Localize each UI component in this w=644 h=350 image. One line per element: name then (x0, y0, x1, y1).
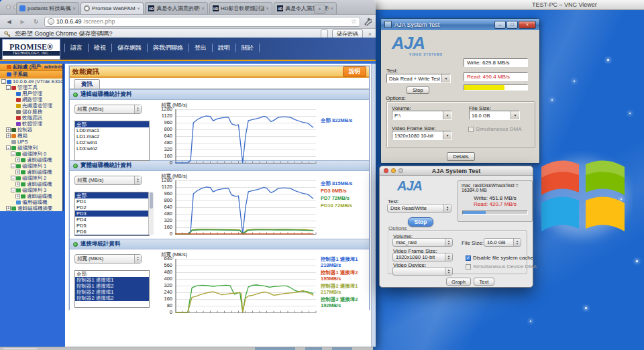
tree-item[interactable]: 網路管理 (0, 97, 62, 103)
tree-expander-icon[interactable]: - (1, 79, 6, 84)
details-button[interactable]: Details (447, 152, 475, 161)
browser-tab[interactable]: HD 真是令人滿意的硬碟速度!!-Fo × (145, 2, 208, 14)
address-bar[interactable]: 10.0.6.49/screen.php ☆ (44, 17, 360, 27)
tree-expander-icon[interactable] (11, 97, 15, 102)
logical-drive-list[interactable]: 全部LD0:mac1LD1:mac2LD2:win1LD3:win2 (74, 121, 150, 161)
list-item[interactable]: LD2:win1 (75, 139, 149, 145)
close-tab-icon[interactable]: × (137, 5, 140, 11)
close-tab-icon[interactable]: × (72, 5, 76, 11)
bandwidth-dropdown[interactable]: 頻寬 (MB/s) ▲▼ (74, 176, 142, 185)
window-title-bar[interactable]: AJA System Test – □ × (381, 19, 539, 30)
tree-item[interactable]: - 磁碟陣列 3 (0, 187, 62, 193)
physical-drive-list[interactable]: 全部PD1PD2PD3PD4PD5PD6PD7 (74, 192, 150, 236)
list-item[interactable]: PD7 (75, 235, 149, 236)
menu-item[interactable]: 與我們聯絡 (147, 44, 189, 52)
tree-expander-icon[interactable]: - (11, 176, 15, 180)
browser-tab[interactable]: HD HD影音軟硬體討論區-HD.Cl × (209, 2, 272, 14)
list-item[interactable]: PD4 (75, 217, 149, 223)
tree-expander-icon[interactable] (11, 121, 15, 126)
tree-expander-icon[interactable]: - (6, 85, 11, 90)
maximize-button[interactable]: □ (506, 21, 518, 29)
close-notification-icon[interactable]: × (368, 31, 372, 38)
close-tab-icon[interactable]: × (266, 5, 269, 11)
tree-item[interactable]: UPS (0, 139, 62, 145)
tree-expander-icon[interactable]: + (15, 170, 20, 174)
tree-item[interactable]: + 邏輯磁碟機 (0, 157, 62, 163)
checkbox-icon[interactable] (466, 264, 471, 270)
vnc-titlebar[interactable]: TEST-PC – VNC Viewer (371, 0, 644, 10)
list-item[interactable]: PD5 (75, 223, 149, 229)
list-item[interactable]: PD6 (75, 229, 149, 235)
tree-expander-icon[interactable] (11, 109, 15, 114)
tree-expander-icon[interactable] (11, 91, 15, 96)
menu-item[interactable]: 檢視 (88, 44, 111, 52)
tree-expander-icon[interactable]: + (6, 127, 11, 132)
menu-item[interactable]: 關於 (235, 44, 260, 52)
list-item[interactable]: PD2 (75, 205, 149, 211)
test-type-dropdown[interactable]: Disk Read + Write Test ▼ (386, 74, 451, 83)
close-window-button[interactable] (6, 5, 11, 9)
tree-expander-icon[interactable]: - (6, 145, 11, 150)
tab-information[interactable]: 資訊 (74, 79, 100, 89)
forward-button[interactable]: ▶ (17, 17, 28, 26)
tree-item[interactable]: - 10.0.6.49 (VTrak E310f) (0, 78, 62, 84)
tree-item[interactable]: - 磁碟陣列 0 (0, 151, 62, 157)
bookmark-star-icon[interactable]: ☆ (351, 18, 357, 25)
tree-item[interactable]: + 邏輯磁碟機 (0, 181, 62, 187)
tree-item[interactable]: + 機箱 (0, 133, 62, 139)
tree-item[interactable]: 起始處 (用戶: administrator) (0, 64, 62, 71)
stop-button[interactable]: Stop (408, 217, 433, 227)
list-item[interactable]: 控制器2 連接埠1 (75, 289, 149, 295)
file-size-dropdown[interactable]: 16.0 GB ▼ (469, 111, 520, 120)
video-device-popup[interactable]: ▲▼ (392, 267, 453, 276)
simultaneous-dma-checkbox[interactable]: Simultaneous Device DMA (466, 264, 537, 270)
menu-item[interactable]: 說明 (212, 44, 235, 52)
tree-expander-icon[interactable] (1, 72, 6, 77)
volume-dropdown[interactable]: P:\ ▼ (392, 111, 452, 120)
tree-item[interactable]: + 控制器 (0, 127, 62, 133)
test-type-popup[interactable]: Disk Read/Write ▲▼ (387, 204, 451, 213)
bandwidth-dropdown[interactable]: 頻寬 (MB/s) ▲▼ (74, 105, 142, 114)
new-tab-button[interactable]: + (314, 5, 325, 14)
zoom-button[interactable] (398, 168, 403, 173)
list-item[interactable]: 全部 (75, 192, 149, 198)
menu-item[interactable]: 儲存網路 (111, 44, 147, 52)
tree-expander-icon[interactable]: + (15, 182, 20, 186)
tree-item[interactable]: - 磁碟陣列 1 (0, 163, 62, 169)
list-item[interactable]: 全部 (75, 121, 149, 127)
tree-item[interactable]: 子系統 (0, 71, 62, 78)
help-button[interactable]: 說明 (343, 66, 366, 77)
tree-item[interactable]: - 磁碟陣列 (0, 145, 62, 151)
tree-expander-icon[interactable] (11, 200, 15, 205)
video-frame-size-dropdown[interactable]: 1920x1080 10-bit ▼ (392, 131, 452, 140)
menu-item[interactable]: 語言 (64, 44, 88, 52)
page-scrollbar[interactable] (371, 64, 376, 347)
list-item[interactable]: LD1:mac2 (75, 133, 149, 139)
tree-expander-icon[interactable]: + (15, 158, 20, 162)
file-size-popup[interactable]: 16.0 GB ▲▼ (484, 238, 521, 247)
tree-item[interactable]: + 邏輯磁碟機 (0, 193, 62, 199)
minimize-button[interactable] (391, 168, 396, 173)
browser-tab[interactable]: HD 真是令人滿意的硬碟速度!!-HD × (274, 2, 337, 14)
tree-expander-icon[interactable]: - (11, 188, 15, 192)
close-tab-icon[interactable]: × (330, 5, 333, 11)
video-frame-size-popup[interactable]: 1920x1080 10-bit ▲▼ (392, 253, 453, 261)
tree-item[interactable]: 用戶管理 (0, 91, 62, 97)
port-list[interactable]: 全部控制器1 連接埠1控制器1 連接埠2控制器2 連接埠1控制器2 連接埠2 (74, 270, 150, 308)
browser-tab[interactable]: postants 科技島楓板 × (16, 2, 79, 14)
list-item[interactable]: 全部 (75, 271, 149, 277)
tree-expander-icon[interactable]: + (6, 206, 11, 211)
checkbox-icon[interactable] (468, 127, 474, 132)
list-item[interactable]: 控制器2 連接埠2 (75, 295, 149, 301)
list-item[interactable]: PD1 (75, 198, 149, 205)
reload-button[interactable]: ↻ (31, 17, 41, 26)
tree-expander-icon[interactable]: - (11, 164, 15, 168)
tree-item[interactable]: + 邏輯磁碟機 (0, 169, 62, 175)
tree-item[interactable]: - 磁碟陣列 2 (0, 175, 62, 181)
back-button[interactable]: ◀ (4, 17, 14, 26)
tree-item[interactable]: 效能資訊 (0, 115, 62, 121)
close-button[interactable] (384, 168, 388, 173)
simultaneous-dma-checkbox[interactable]: Simultaneous DMA (468, 126, 521, 132)
tree-item[interactable]: + 邏輯磁碟機摘要 (0, 205, 62, 211)
browser-tab[interactable]: Promise WebPAM PROe × (80, 2, 144, 14)
